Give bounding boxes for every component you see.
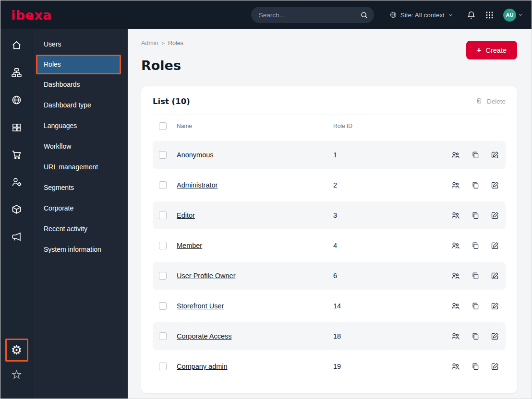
- role-name-link[interactable]: Company admin: [177, 363, 333, 370]
- table-row: Member 4: [153, 232, 506, 259]
- roles-list-card: List (10) Delete Name Role ID: [141, 86, 517, 393]
- role-name-link[interactable]: Anonymous: [177, 151, 333, 159]
- copy-icon[interactable]: [471, 302, 480, 311]
- plus-icon: +: [477, 46, 482, 54]
- nav-site-globe-icon[interactable]: [7, 92, 26, 108]
- edit-icon[interactable]: [491, 271, 499, 281]
- edit-icon[interactable]: [491, 302, 499, 311]
- sidebar-item-dashboard-type[interactable]: Dashboard type: [33, 95, 128, 116]
- assign-users-icon[interactable]: [451, 241, 460, 250]
- sidebar-item-dashboards[interactable]: Dashboards: [33, 74, 128, 95]
- admin-sidebar: Users Roles Dashboards Dashboard type La…: [33, 29, 128, 399]
- nav-commerce-cart-icon[interactable]: [7, 147, 26, 163]
- site-context-selector[interactable]: Site: All context: [389, 11, 453, 19]
- role-name-link[interactable]: User Profile Owner: [177, 272, 333, 280]
- column-header-role-id[interactable]: Role ID: [333, 123, 448, 129]
- chevron-down-icon: [518, 12, 523, 17]
- assign-users-icon[interactable]: [451, 362, 460, 371]
- copy-icon[interactable]: [471, 241, 480, 250]
- sidebar-item-languages[interactable]: Languages: [33, 116, 128, 136]
- apps-grid-icon[interactable]: [485, 11, 494, 19]
- main-nav-rail: ⚙ ☆: [0, 29, 33, 399]
- table-row: Company admin 19: [153, 352, 506, 380]
- role-id-value: 14: [333, 302, 448, 310]
- copy-icon[interactable]: [471, 271, 480, 281]
- role-id-value: 19: [333, 363, 448, 370]
- breadcrumb: Admin > Roles: [141, 40, 183, 47]
- table-header: Name Role ID: [153, 115, 506, 137]
- delete-button[interactable]: Delete: [475, 97, 506, 106]
- sidebar-item-corporate[interactable]: Corporate: [33, 198, 128, 219]
- role-name-link[interactable]: Member: [177, 242, 333, 249]
- nav-customers-icon[interactable]: [7, 174, 26, 190]
- nav-product-catalog-icon[interactable]: [7, 119, 26, 135]
- edit-icon[interactable]: [491, 151, 499, 160]
- assign-users-icon[interactable]: [451, 302, 460, 311]
- row-checkbox[interactable]: [159, 151, 167, 159]
- nav-marketing-megaphone-icon[interactable]: [7, 229, 26, 245]
- select-all-checkbox[interactable]: [159, 122, 167, 130]
- copy-icon[interactable]: [471, 211, 480, 220]
- sidebar-item-segments[interactable]: Segments: [33, 177, 128, 198]
- copy-icon[interactable]: [471, 181, 480, 190]
- role-id-value: 4: [333, 242, 448, 249]
- user-avatar[interactable]: AU: [503, 9, 516, 22]
- user-menu[interactable]: AU: [503, 9, 523, 22]
- role-name-link[interactable]: Administrator: [177, 181, 333, 189]
- settings-gear-icon[interactable]: ⚙: [11, 344, 22, 356]
- row-checkbox[interactable]: [159, 302, 167, 310]
- settings-highlight-box: ⚙: [5, 339, 28, 362]
- role-id-value: 18: [333, 332, 448, 340]
- sidebar-item-recent-activity[interactable]: Recent activity: [33, 219, 128, 239]
- sidebar-item-system-information[interactable]: System information: [33, 239, 128, 260]
- edit-icon[interactable]: [491, 211, 499, 220]
- ibexa-logo[interactable]: ibexa: [11, 9, 52, 22]
- sidebar-item-users[interactable]: Users: [33, 34, 128, 55]
- breadcrumb-separator: >: [161, 40, 164, 46]
- assign-users-icon[interactable]: [451, 211, 460, 220]
- role-name-link[interactable]: Storefront User: [177, 302, 333, 310]
- sidebar-item-url-management[interactable]: URL management: [33, 157, 128, 177]
- assign-users-icon[interactable]: [451, 181, 460, 190]
- edit-icon[interactable]: [491, 362, 499, 371]
- column-header-name[interactable]: Name: [177, 123, 333, 129]
- sidebar-item-roles[interactable]: Roles: [36, 55, 121, 74]
- role-name-link[interactable]: Editor: [177, 211, 333, 219]
- copy-icon[interactable]: [471, 362, 480, 371]
- chevron-down-icon: [448, 12, 453, 18]
- search-input[interactable]: [259, 12, 360, 19]
- breadcrumb-admin[interactable]: Admin: [141, 40, 158, 47]
- role-id-value: 2: [333, 181, 448, 189]
- nav-content-tree-icon[interactable]: [7, 65, 26, 81]
- role-id-value: 3: [333, 211, 448, 219]
- row-checkbox[interactable]: [159, 332, 167, 340]
- nav-home-icon[interactable]: [7, 37, 26, 53]
- table-row: Administrator 2: [153, 171, 506, 199]
- edit-icon[interactable]: [491, 241, 499, 250]
- nav-store-icon[interactable]: [7, 201, 26, 217]
- role-name-link[interactable]: Corporate Access: [177, 332, 333, 340]
- row-checkbox[interactable]: [159, 363, 167, 370]
- assign-users-icon[interactable]: [451, 332, 460, 341]
- sidebar-item-workflow[interactable]: Workflow: [33, 136, 128, 157]
- global-search[interactable]: [251, 7, 374, 23]
- list-title: List (10): [153, 97, 190, 106]
- edit-icon[interactable]: [491, 181, 499, 190]
- assign-users-icon[interactable]: [451, 151, 460, 160]
- table-row: Storefront User 14: [153, 292, 506, 320]
- favorites-star-icon[interactable]: ☆: [7, 366, 26, 382]
- copy-icon[interactable]: [471, 332, 480, 341]
- edit-icon[interactable]: [491, 332, 499, 341]
- notifications-bell-icon[interactable]: [467, 11, 476, 20]
- ibexa-admin-page: ibexa Site: All context: [0, 0, 532, 399]
- row-checkbox[interactable]: [159, 242, 167, 249]
- row-checkbox[interactable]: [159, 181, 167, 189]
- create-button[interactable]: + Create: [466, 41, 517, 59]
- copy-icon[interactable]: [471, 151, 480, 160]
- globe-icon: [389, 11, 397, 19]
- row-checkbox[interactable]: [159, 211, 167, 219]
- search-icon[interactable]: [360, 11, 368, 19]
- role-id-value: 1: [333, 151, 448, 159]
- assign-users-icon[interactable]: [451, 271, 460, 281]
- row-checkbox[interactable]: [159, 272, 167, 280]
